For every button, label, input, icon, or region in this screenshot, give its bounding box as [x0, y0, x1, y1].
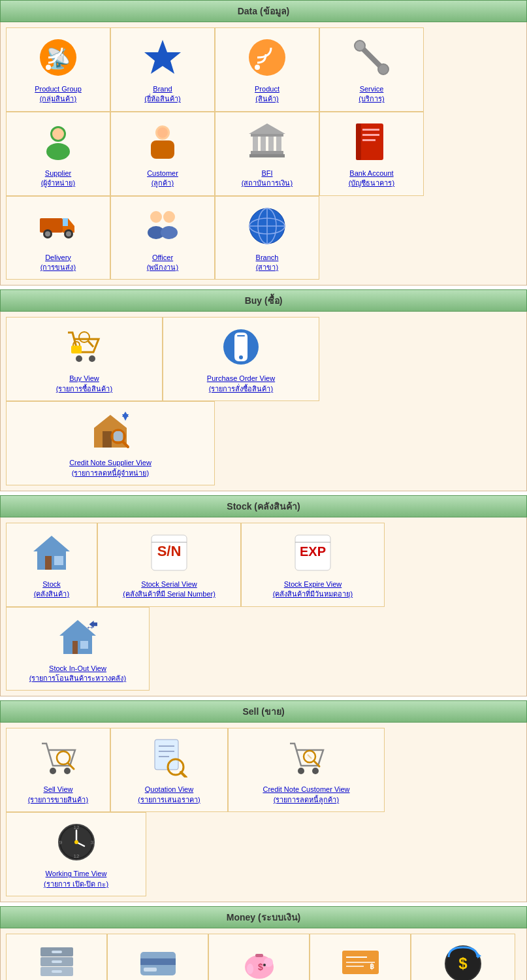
- branch-label: Branch(สาขา): [256, 253, 279, 273]
- svg-line-82: [181, 772, 186, 777]
- exp-icon: EXP: [293, 533, 332, 572]
- svg-rect-28: [40, 218, 63, 233]
- svg-rect-70: [80, 641, 88, 649]
- drawer-icon-wrap: [34, 941, 80, 980]
- svg-text:$: $: [258, 962, 263, 972]
- menu-item-brand[interactable]: Brand(ยี่ห้อสินค้า): [110, 27, 215, 112]
- svg-rect-60: [45, 556, 52, 570]
- buy-view-icon-wrap: [61, 324, 107, 370]
- credit-note-supplier-label: Credit Note Supplier View(รายการลดหนี้ผู…: [69, 458, 152, 478]
- menu-item-purchase-order[interactable]: Purchase Order View(รายการสั่งซื้อสินค้า…: [163, 317, 319, 401]
- menu-item-stock-expire[interactable]: EXP Stock Expire View(คลังสินค้าที่มีวัน…: [241, 523, 385, 607]
- svg-point-11: [52, 128, 64, 140]
- supplier-label: Supplier(ผู้จำหน่าย): [41, 169, 75, 189]
- menu-item-customer[interactable]: Customer(ลูกค้า): [110, 112, 215, 196]
- svg-rect-108: [255, 954, 263, 957]
- svg-point-110: [263, 964, 266, 966]
- cart-search-icon: [39, 738, 78, 777]
- menu-item-credit-note-customer[interactable]: Credit Note Customer View(รายการลดหนี้ลู…: [228, 728, 385, 812]
- stock-expire-label: Stock Expire View(คลังสินค้าที่มีวันหมดอ…: [273, 580, 353, 600]
- menu-item-credit-card[interactable]: Credit Card(รับบัตรเครดิต): [107, 934, 208, 980]
- house-icon: [32, 533, 71, 572]
- menu-item-product[interactable]: Product(สินค้า): [215, 27, 319, 112]
- menu-item-officer[interactable]: Officer(พนักงาน): [110, 196, 215, 280]
- credit-note-customer-label: Credit Note Customer View(รายการลดหนี้ลู…: [263, 785, 349, 805]
- phone-blue-icon: [221, 327, 261, 367]
- svg-point-73: [50, 768, 56, 774]
- section-money: Money (ระบบเงิน) Drawer(ลิ้นชักเก็บเงิน): [0, 906, 527, 980]
- svg-rect-48: [71, 346, 82, 353]
- bfi-label: BFI(สถาบันการเงิน): [242, 169, 293, 189]
- working-time-icon-wrap: 12 12 3 9: [54, 819, 99, 865]
- menu-item-product-group[interactable]: 📡 Product Group(กลุ่มสินค้า): [6, 27, 110, 112]
- svg-point-109: [247, 964, 253, 974]
- svg-rect-101: [52, 960, 62, 963]
- stock-serial-icon-wrap: S/N: [146, 530, 192, 576]
- menu-item-working-time[interactable]: 12 12 3 9 Working Time View(รายการ เปิด-…: [6, 812, 146, 896]
- svg-rect-69: [72, 641, 78, 654]
- svg-point-50: [239, 355, 243, 359]
- svg-rect-16: [251, 134, 283, 137]
- people-icon: [143, 206, 182, 246]
- svg-rect-53: [103, 431, 112, 448]
- doc-search-icon: [150, 738, 189, 777]
- menu-item-loan[interactable]: $ Loan(รับเงินผ่อน): [208, 934, 310, 980]
- svg-text:S/N: S/N: [157, 543, 182, 559]
- stock-inout-icon-wrap: ↔: [55, 614, 101, 660]
- menu-item-bfi[interactable]: BFI(สถาบันการเงิน): [215, 112, 319, 196]
- svg-marker-3: [144, 40, 181, 74]
- svg-rect-13: [151, 140, 174, 159]
- menu-item-stock-serial[interactable]: S/N Stock Serial View(คลังสินค้าที่มี Se…: [97, 523, 241, 607]
- stock-label: Stock(คลังสินค้า): [34, 580, 69, 600]
- menu-item-cheque-receive[interactable]: ฿ Cheque Receive(รับเช็ค): [310, 934, 411, 980]
- menu-item-bank-account[interactable]: Bank Account(บัญชีธนาคาร): [319, 112, 424, 196]
- svg-point-33: [66, 231, 71, 237]
- wrench-icon: [352, 38, 391, 77]
- section-sell-header: Sell (ขาย): [0, 700, 527, 723]
- svg-point-84: [312, 768, 319, 774]
- section-data-body: 📡 Product Group(กลุ่มสินค้า) Brand(ย: [0, 22, 527, 286]
- svg-line-87: [308, 755, 311, 759]
- menu-item-stock[interactable]: Stock(คลังสินค้า): [6, 523, 97, 607]
- product-label: Product(สินค้า): [255, 84, 279, 105]
- svg-rect-25: [362, 129, 379, 131]
- svg-rect-21: [251, 151, 283, 154]
- svg-marker-58: [122, 414, 129, 421]
- menu-item-delivery[interactable]: Delivery(การขนส่ง): [6, 196, 110, 280]
- sn-icon: S/N: [150, 533, 189, 572]
- credit-note-customer-icon-wrap: [283, 735, 329, 781]
- menu-item-supplier[interactable]: Supplier(ผู้จำหน่าย): [6, 112, 110, 196]
- svg-rect-61: [54, 556, 63, 565]
- svg-rect-26: [362, 134, 379, 136]
- svg-rect-27: [362, 139, 375, 141]
- svg-point-37: [163, 211, 175, 223]
- page-wrapper: Data (ข้อมูล) 📡 Product Group(กลุ่มสินค้…: [0, 0, 527, 980]
- menu-item-drawer[interactable]: Drawer(ลิ้นชักเก็บเงิน): [6, 934, 107, 980]
- section-money-header: Money (ระบบเงิน): [0, 906, 527, 928]
- supplier-icon-wrap: [35, 119, 81, 165]
- menu-item-branch[interactable]: Branch(สาขา): [215, 196, 319, 280]
- credit-note-supplier-icon-wrap: [88, 408, 133, 454]
- svg-rect-17: [253, 137, 258, 151]
- svg-point-92: [74, 840, 78, 844]
- menu-item-transfer-receive[interactable]: $ Transfer Receive(รับเงินโอน): [411, 934, 515, 980]
- house-arrows-icon: ↔: [58, 617, 97, 657]
- svg-point-8: [378, 64, 389, 74]
- cheque-receive-icon-wrap: ฿: [338, 941, 383, 980]
- menu-item-sell-view[interactable]: Sell View(รายการขายสินค้า): [6, 728, 110, 812]
- menu-item-credit-note-supplier[interactable]: Credit Note Supplier View(รายการลดหนี้ผู…: [6, 401, 215, 485]
- rss-orange2-icon: [248, 38, 287, 77]
- service-label: Service(บริการ): [359, 84, 384, 105]
- search-house-icon: [91, 412, 130, 451]
- svg-point-14: [157, 127, 168, 138]
- svg-text:3: 3: [90, 840, 93, 845]
- svg-point-7: [355, 41, 365, 51]
- bfi-icon-wrap: [244, 119, 290, 165]
- menu-item-stock-inout[interactable]: ↔ Stock In-Out View(รายการโอนสินค้าระหวา…: [6, 607, 150, 691]
- menu-item-buy-view[interactable]: Buy View(รายการซื้อสินค้า): [6, 317, 163, 401]
- menu-item-quotation-view[interactable]: Quotation View(รายการเสนอราคา): [110, 728, 228, 812]
- bank-account-icon-wrap: [349, 119, 394, 165]
- svg-rect-20: [276, 137, 281, 151]
- star-blue-icon: [143, 38, 182, 77]
- menu-item-service[interactable]: Service(บริการ): [319, 27, 424, 112]
